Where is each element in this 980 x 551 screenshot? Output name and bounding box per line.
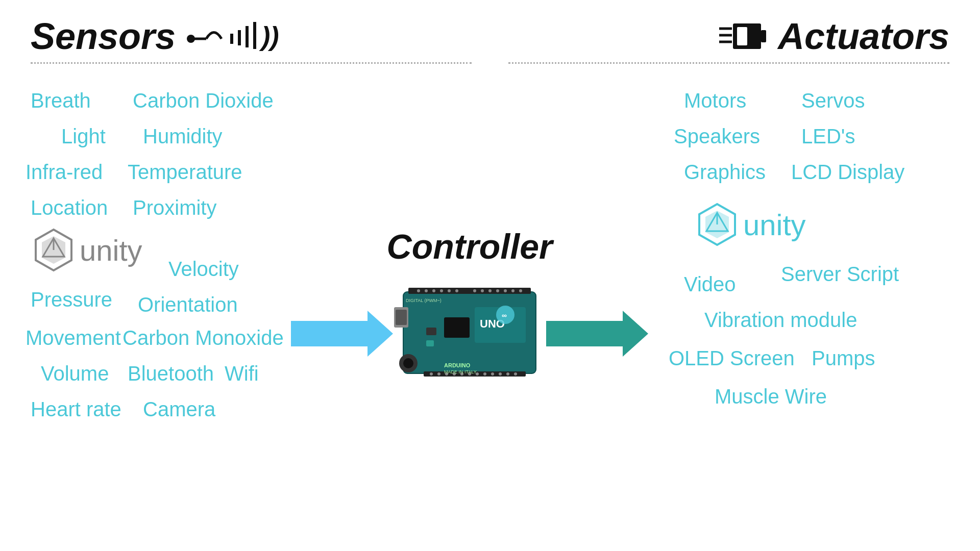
svg-point-41 [519,289,522,292]
unity-logo-actuators: unity [694,202,806,247]
svg-rect-21 [396,310,407,325]
actuator-speakers: Speakers [674,125,760,148]
svg-rect-55 [444,317,470,338]
sensor-breath: Breath [31,89,91,112]
sensor-velocity: Velocity [168,258,239,281]
svg-point-34 [455,289,458,292]
unity-diamond-actuators [694,202,740,247]
sensor-location: Location [31,196,108,219]
svg-point-29 [417,289,420,292]
unity-label-actuators: unity [743,208,806,242]
svg-point-32 [440,289,443,292]
actuator-motors: Motors [684,89,746,112]
controller-center: Controller [286,74,653,543]
actuator-vibration: Vibration module [704,309,857,332]
sensor-temperature: Temperature [128,161,242,184]
unity-label-sensors: unity [80,233,142,267]
sensor-movement: Movement [26,327,121,349]
sensor-carbon-monoxide: Carbon Monoxide [122,327,284,349]
svg-point-52 [499,372,502,375]
svg-text:DIGITAL (PWM~): DIGITAL (PWM~) [406,298,442,303]
sensor-bluetooth: Bluetooth [128,362,214,385]
actuator-graphics: Graphics [684,161,766,184]
controller-title: Controller [387,227,553,266]
actuator-servos: Servos [801,89,865,112]
svg-point-1 [187,35,195,43]
actuator-video: Video [684,273,736,296]
actuator-server-script: Server Script [781,263,899,286]
svg-rect-11 [737,27,747,45]
svg-point-54 [514,372,517,375]
svg-rect-57 [426,340,434,346]
svg-point-31 [432,289,435,292]
sensors-column: Breath Carbon Dioxide Light Humidity Inf… [20,74,286,543]
actuator-icon [717,16,768,57]
svg-rect-56 [426,328,436,335]
sensor-humidity: Humidity [143,125,223,148]
svg-marker-61 [546,311,648,357]
sensor-wifi: Wifi [225,362,259,385]
svg-marker-17 [291,311,393,357]
actuator-muscle-wire: Muscle Wire [715,385,827,408]
svg-point-33 [448,289,451,292]
svg-point-53 [506,372,509,375]
actuators-title-row: Actuators [717,15,949,57]
left-arrow [291,308,393,359]
right-arrow [546,308,648,359]
svg-text:ARDUINO: ARDUINO [444,362,471,368]
actuator-pumps: Pumps [812,347,875,370]
svg-point-23 [403,358,413,368]
svg-point-35 [473,289,476,292]
sensors-divider [31,62,472,64]
actuator-oled: OLED Screen [669,347,795,370]
sensors-title-text: Sensors [31,15,176,57]
svg-point-40 [511,289,514,292]
svg-point-37 [488,289,492,292]
svg-point-38 [496,289,499,292]
svg-point-39 [504,289,507,292]
svg-rect-12 [761,30,766,42]
svg-point-44 [437,372,440,375]
sensor-heart-rate: Heart rate [31,398,121,421]
unity-logo-sensors: unity [31,227,142,273]
actuator-leds: LED's [801,125,855,148]
sensor-carbon-dioxide: Carbon Dioxide [133,89,274,112]
svg-text:)): )) [259,21,279,51]
controller-diagram: UNO ∞ [291,277,648,391]
svg-point-51 [491,372,494,375]
unity-diamond-sensors [31,227,77,273]
sensor-pressure: Pressure [31,288,112,311]
actuators-title-text: Actuators [778,15,949,57]
main-content: Breath Carbon Dioxide Light Humidity Inf… [0,74,980,543]
sensor-volume: Volume [41,362,109,385]
svg-point-30 [425,289,428,292]
svg-text:MADE IN ITALY: MADE IN ITALY [444,369,477,374]
actuators-divider [508,62,949,64]
actuators-column: Motors Servos Speakers LED's Graphics LC… [653,74,960,543]
svg-point-50 [483,372,486,375]
sensor-light: Light [61,125,106,148]
arduino-svg: UNO ∞ [393,277,546,389]
sensor-icon: )) [186,16,288,57]
sensor-infrared: Infra-red [26,161,103,184]
sensor-proximity: Proximity [133,196,216,219]
arduino-board: UNO ∞ [393,277,546,391]
svg-text:∞: ∞ [502,311,507,319]
svg-point-36 [481,289,484,292]
svg-point-43 [430,372,433,375]
sensors-title: Sensors )) [31,15,472,57]
sensor-orientation: Orientation [138,293,238,316]
actuator-lcd: LCD Display [791,161,904,184]
actuators-title: Actuators [778,15,949,57]
sensor-camera: Camera [143,398,215,421]
